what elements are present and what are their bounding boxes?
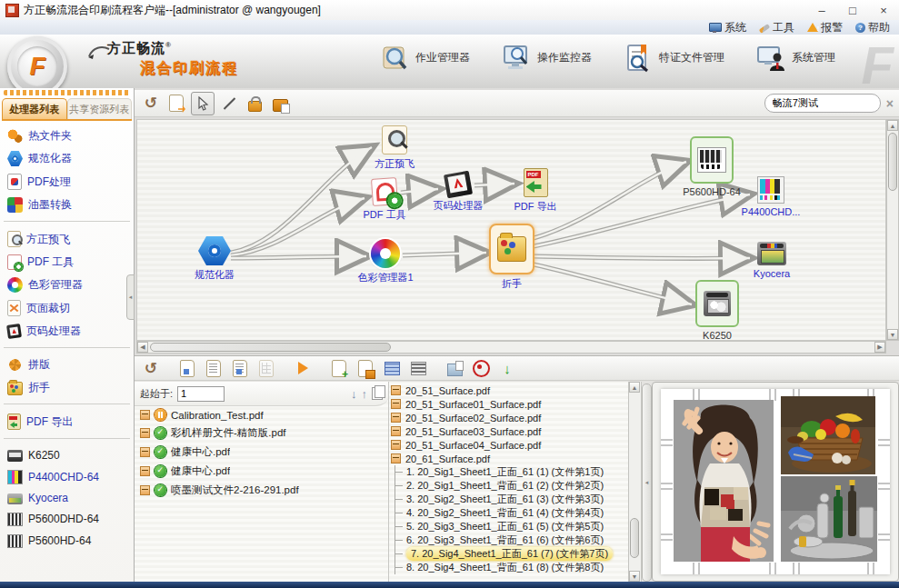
surface-row[interactable]: 20_51_Surface01_Surface.pdf xyxy=(391,397,628,411)
scrollbar-thumb[interactable] xyxy=(888,133,897,191)
node-normalizer[interactable]: 规范化器 xyxy=(185,236,244,282)
sidebar-item-color-manager[interactable]: 色彩管理器 xyxy=(0,274,134,296)
sidebar-collapse-handle[interactable]: ◂ xyxy=(126,274,135,320)
view-mixed-button[interactable] xyxy=(229,357,251,379)
sidebar-item-page-crop[interactable]: 页面裁切 xyxy=(0,296,134,320)
menu-help[interactable]: ? 帮助 xyxy=(855,20,890,35)
surface-row[interactable]: 20_51_Surface.pdf xyxy=(391,384,628,397)
scroll-up-icon[interactable]: ▲ xyxy=(887,120,898,131)
save-workflow-button[interactable] xyxy=(269,93,291,115)
expander-icon[interactable] xyxy=(391,385,401,395)
download-button[interactable]: ↓ xyxy=(496,357,518,379)
sidebar-item-ink-convert[interactable]: 油墨转换 xyxy=(0,194,134,216)
node-page-number[interactable]: 页码处理器 xyxy=(429,173,487,213)
surface-row[interactable]: 20_51_Surface04_Surface.pdf xyxy=(391,438,628,452)
menu-system[interactable]: 系统 xyxy=(709,20,746,35)
undo-button[interactable]: ↺ xyxy=(140,93,162,115)
job-row-sample[interactable]: 彩机样册文件-精简版.pdf xyxy=(135,424,388,443)
job-manager-button[interactable]: 作业管理器 xyxy=(379,42,470,73)
sidebar-item-hot-folder[interactable]: 热文件夹 xyxy=(0,125,134,147)
surface-row[interactable]: 20_51_Surface03_Surface.pdf xyxy=(391,424,628,438)
export-file-button[interactable] xyxy=(355,357,376,379)
sidebar-item-fold[interactable]: 折手 xyxy=(0,376,134,399)
workflow-combo-input[interactable] xyxy=(765,98,881,109)
node-k6250[interactable]: K6250 xyxy=(688,280,746,341)
sidebar-item-impose[interactable]: 拼版 xyxy=(0,354,134,376)
page-row[interactable]: 6. 20_Sig3_Sheet1_背面_61 (6) (文件第6页) xyxy=(395,533,628,547)
close-button[interactable]: × xyxy=(868,1,899,19)
workflow-canvas[interactable]: 规范化器 方正预飞 PDF 工具 页码处理器 PDF 导出 色彩管理器1 折手 … xyxy=(136,119,886,341)
expander-icon[interactable] xyxy=(391,399,401,409)
job-row-inkjet-test[interactable]: 喷墨测试文件2-216-291.pdf xyxy=(135,481,388,500)
sidebar-item-k6250[interactable]: K6250 xyxy=(0,444,134,465)
page-row-selected[interactable]: 7. 20_Sig4_Sheet1_正面_61 (7) (文件第7页) xyxy=(395,547,628,561)
expander-icon[interactable] xyxy=(140,410,150,420)
minimize-button[interactable]: – xyxy=(806,1,837,19)
scroll-right-icon[interactable]: ▶ xyxy=(874,342,885,353)
job-row-calibration[interactable]: Calibration_Test.pdf xyxy=(135,406,388,424)
expander-icon[interactable] xyxy=(391,453,401,463)
connector-tool-button[interactable] xyxy=(218,93,240,115)
menu-tools[interactable]: 工具 xyxy=(759,20,794,35)
surface-row[interactable]: 20_51_Surface02_Surface.pdf xyxy=(391,411,628,424)
feature-file-button[interactable]: 特证文件管理 xyxy=(623,42,724,73)
surface-row[interactable]: 20_61_Surface.pdf xyxy=(391,452,628,465)
preview-splitter-handle[interactable]: ◂ xyxy=(642,384,652,582)
expander-icon[interactable] xyxy=(391,413,401,423)
scroll-down-icon[interactable]: ▼ xyxy=(887,329,898,340)
job-row-health1[interactable]: 健康中心.pdf xyxy=(135,443,388,462)
scroll-down-icon[interactable]: ▼ xyxy=(629,571,640,582)
node-pdf-tool[interactable]: PDF 工具 xyxy=(355,178,414,222)
sidebar-item-page-number[interactable]: 页码处理器 xyxy=(0,320,134,343)
sidebar-item-pdf-process[interactable]: PDF处理 xyxy=(0,170,134,194)
system-manage-button[interactable]: 系统管理 xyxy=(755,42,835,73)
expander-icon[interactable] xyxy=(140,428,150,438)
menu-alarm[interactable]: 报警 xyxy=(807,20,843,35)
tab-processor-list[interactable]: 处理器列表 xyxy=(2,98,67,119)
scrollbar-thumb[interactable] xyxy=(630,518,639,558)
sidebar-item-p5600dhd-64[interactable]: P5600DHD-64 xyxy=(0,508,134,530)
start-at-input[interactable] xyxy=(177,386,225,402)
tab-shared-resources[interactable]: 共享资源列表 xyxy=(67,98,133,119)
node-color-manager[interactable]: 色彩管理器1 xyxy=(356,239,415,284)
workflow-combo[interactable]: ▼ xyxy=(764,94,881,113)
select-tool-button[interactable] xyxy=(191,92,215,115)
refresh-button[interactable]: ↺ xyxy=(140,357,162,379)
move-down-icon[interactable]: ↓ xyxy=(351,388,357,400)
page-row[interactable]: 1. 20_Sig1_Sheet1_正面_61 (1) (文件第1页) xyxy=(395,465,628,479)
scroll-up-icon[interactable]: ▲ xyxy=(629,382,640,393)
node-fold-selected[interactable]: 折手 xyxy=(483,224,541,291)
page-row[interactable]: 4. 20_Sig2_Sheet1_背面_61 (4) (文件第4页) xyxy=(395,506,628,520)
node-p4400chd[interactable]: P4400CHD... xyxy=(742,176,800,217)
canvas-vertical-scrollbar[interactable]: ▲ ▼ xyxy=(886,119,899,341)
expander-icon[interactable] xyxy=(391,426,401,436)
add-file-button[interactable] xyxy=(328,357,350,379)
expander-icon[interactable] xyxy=(140,447,150,457)
job-row-health2[interactable]: 健康中心.pdf xyxy=(135,462,388,481)
scrollbar-thumb[interactable] xyxy=(150,343,391,352)
maximize-button[interactable]: □ xyxy=(837,1,868,19)
new-workflow-button[interactable] xyxy=(165,93,187,115)
workflow-close-button[interactable]: × xyxy=(886,96,894,111)
lock-button[interactable] xyxy=(244,93,265,115)
copy-page-icon[interactable] xyxy=(372,387,383,400)
sidebar-item-kyocera[interactable]: Kyocera xyxy=(0,488,134,508)
canvas-horizontal-scrollbar[interactable]: ◀ ▶ xyxy=(136,341,886,354)
sidebar-item-preflight[interactable]: 方正预飞 xyxy=(0,227,134,251)
sidebar-item-normalizer[interactable]: 规范化器 xyxy=(0,147,134,170)
page-row[interactable]: 8. 20_Sig4_Sheet1_背面_61 (8) (文件第8页) xyxy=(395,561,628,574)
sidebar-item-pdf-export[interactable]: PDF 导出 xyxy=(0,410,134,434)
node-kyocera[interactable]: Kyocera xyxy=(743,242,801,279)
sidebar-item-p4400chd-64[interactable]: P4400CHD-64 xyxy=(0,465,134,488)
surfaces-vertical-scrollbar[interactable]: ▲ ▼ xyxy=(628,382,641,582)
expander-icon[interactable] xyxy=(140,466,150,476)
expander-icon[interactable] xyxy=(140,485,150,495)
stop-button[interactable] xyxy=(470,357,492,379)
sidebar-item-p5600hd-64[interactable]: P5600HD-64 xyxy=(0,530,134,552)
node-pdf-export[interactable]: PDF 导出 xyxy=(506,168,564,214)
page-row[interactable]: 3. 20_Sig2_Sheet1_正面_61 (3) (文件第3页) xyxy=(395,493,628,506)
operation-monitor-button[interactable]: 操作监控器 xyxy=(501,42,592,73)
node-p5600hd-64[interactable]: P5600HD-64 xyxy=(683,136,741,197)
move-up-icon[interactable]: ↑ xyxy=(362,388,368,400)
view-page-button[interactable] xyxy=(176,357,198,379)
